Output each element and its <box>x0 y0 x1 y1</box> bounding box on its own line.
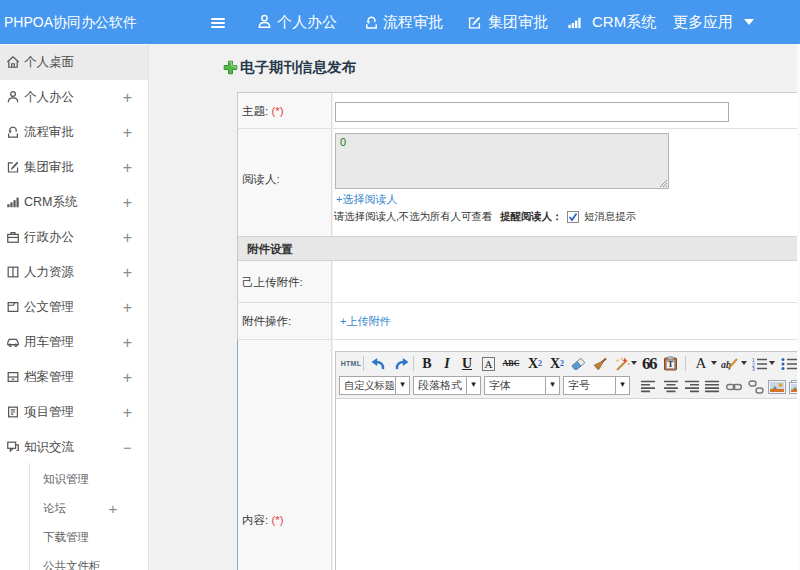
svg-text:3: 3 <box>752 366 755 371</box>
svg-text:T: T <box>667 359 673 369</box>
